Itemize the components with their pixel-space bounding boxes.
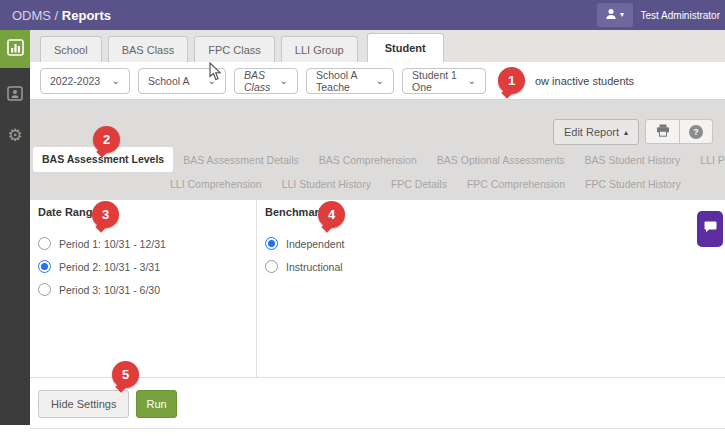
tab-bas-class[interactable]: BAS Class [108,36,189,62]
rtab-lli-comprehension[interactable]: LLI Comprehension [160,178,272,190]
radio-option-period-3[interactable]: Period 3: 10/31 - 6/30 [38,278,256,301]
date-range-options: Period 1: 10/31 - 12/31 Period 2: 10/31 … [38,232,256,301]
chevron-down-icon: ⌄ [376,75,384,86]
hide-settings-button[interactable]: Hide Settings [38,390,129,418]
breadcrumb-separator: / [51,8,62,23]
date-range-title: Date Range [38,206,256,218]
rtab-fpc-student-history[interactable]: FPC Student History [575,178,691,190]
annotation-badge-1: 1 [498,67,525,94]
tab-fpc-class[interactable]: FPC Class [194,36,275,62]
show-inactive-students-label[interactable]: ow inactive students [535,75,634,87]
rtab-lli-student-history[interactable]: LLI Student History [272,178,381,190]
run-button[interactable]: Run [136,390,176,418]
radio-option-instructional[interactable]: Instructional [265,255,725,278]
person-icon [605,6,617,24]
radio-option-period-1[interactable]: Period 1: 10/31 - 12/31 [38,232,256,255]
breadcrumb-app: ODMS [12,8,51,23]
footer-buttons: Hide Settings Run [38,390,177,418]
sidebar-item-reports[interactable] [0,30,30,68]
benchmark-panel: Benchmark 4 Independent Instructional [257,200,725,377]
rtab-bas-assessment-details[interactable]: BAS Assessment Details [173,154,309,166]
radio-option-independent[interactable]: Independent [265,232,725,255]
report-settings-zone: Edit Report ▴ ? BAS Assessment Levels BA… [30,100,725,200]
odms-reports-screen: ODMS / Reports ▾ Test Administrator ⚙ [0,0,725,446]
gear-icon: ⚙ [7,127,22,144]
caret-down-icon: ▾ [620,11,624,19]
rtab-fpc-details[interactable]: FPC Details [381,178,457,190]
student-dropdown[interactable]: Student 1 One ⌄ [402,68,486,94]
app-header: ODMS / Reports ▾ Test Administrator [0,0,725,30]
annotation-badge-2: 2 [93,126,120,153]
print-button[interactable] [646,120,679,143]
benchmark-options: Independent Instructional [265,232,725,278]
chevron-down-icon: ⌄ [112,75,120,86]
toolbar-icon-group: ? [645,119,713,144]
chevron-down-icon: ⌄ [280,75,288,86]
sidebar: ⚙ [0,30,30,425]
annotation-badge-5: 5 [112,361,139,388]
settings-panels: Date Range 3 Period 1: 10/31 - 12/31 Per… [30,200,725,377]
radio-icon[interactable] [265,260,278,273]
printer-icon [656,123,670,141]
filter-bar: 2022-2023 ⌄ School A ⌄ BAS Class ⌄ Schoo… [30,62,725,100]
question-mark-icon: ? [689,125,703,139]
divider [30,428,725,429]
chevron-down-icon: ⌄ [468,75,476,86]
annotation-badge-3: 3 [92,201,119,228]
report-tabs-row-1: BAS Assessment Levels BAS Assessment Det… [33,147,722,172]
breadcrumb: ODMS / Reports [12,8,111,23]
rtab-bas-student-history[interactable]: BAS Student History [575,154,691,166]
rtab-bas-comprehension[interactable]: BAS Comprehension [309,154,427,166]
tab-student[interactable]: Student [367,33,444,62]
caret-up-icon: ▴ [624,128,628,137]
class-dropdown[interactable]: BAS Class ⌄ [234,68,298,94]
tab-school[interactable]: School [40,36,102,62]
radio-icon[interactable] [38,237,51,250]
date-range-panel: Date Range 3 Period 1: 10/31 - 12/31 Per… [30,200,257,377]
rtab-lli-progress-monitoring[interactable]: LLI Progress Monitoring [690,154,725,166]
chevron-down-icon: ⌄ [208,75,216,86]
report-tabs-row-2: LLI Comprehension LLI Student History FP… [160,172,672,196]
user-name: Test Administrator [641,10,720,21]
person-badge-icon [7,86,23,105]
radio-icon[interactable] [38,283,51,296]
help-button[interactable]: ? [679,120,712,143]
sidebar-item-settings[interactable]: ⚙ [0,118,30,152]
school-year-dropdown[interactable]: 2022-2023 ⌄ [40,68,130,94]
edit-report-button[interactable]: Edit Report ▴ [553,119,639,145]
bar-chart-icon [7,39,24,60]
rtab-fpc-comprehension[interactable]: FPC Comprehension [457,178,575,190]
tab-lli-group[interactable]: LLI Group [281,36,358,62]
user-menu-button[interactable]: ▾ [597,3,633,27]
radio-option-period-2[interactable]: Period 2: 10/31 - 3/31 [38,255,256,278]
report-settings-content: Date Range 3 Period 1: 10/31 - 12/31 Per… [30,200,725,446]
chat-bubble-icon [703,220,718,238]
annotation-badge-4: 4 [318,201,345,228]
rtab-bas-optional-assessments[interactable]: BAS Optional Assessments [427,154,575,166]
report-type-tabs: School BAS Class FPC Class LLI Group Stu… [30,30,725,62]
sidebar-item-people[interactable] [0,78,30,112]
radio-icon-selected[interactable] [265,237,278,250]
teacher-dropdown[interactable]: School A Teache ⌄ [306,68,394,94]
school-dropdown[interactable]: School A ⌄ [138,68,226,94]
toolbar: Edit Report ▴ ? [553,119,713,145]
radio-icon-selected[interactable] [38,260,51,273]
feedback-chat-button[interactable] [697,211,723,247]
user-area: ▾ Test Administrator [597,3,720,27]
page-title: Reports [62,8,111,23]
